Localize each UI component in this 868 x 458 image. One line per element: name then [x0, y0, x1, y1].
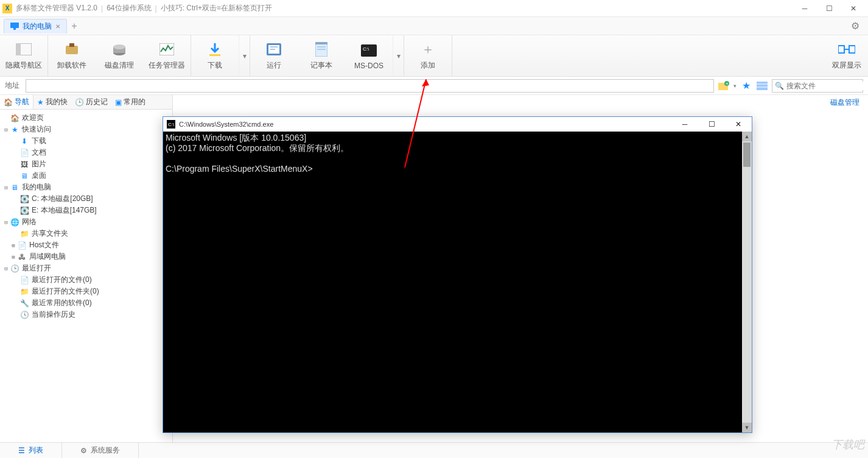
tree-recent-software[interactable]: 🔧最近常用的软件(0)	[0, 297, 172, 309]
new-folder-icon[interactable]: +	[718, 80, 730, 92]
bottom-tabs: ☰列表 ⚙系统服务	[0, 442, 868, 458]
minimize-button[interactable]: ─	[793, 1, 817, 16]
side-tab-common[interactable]: ▣常用的	[111, 95, 149, 109]
maximize-button[interactable]: ☐	[817, 1, 841, 16]
scroll-down-icon[interactable]: ▼	[742, 423, 752, 432]
tree-recent-folders[interactable]: 📁最近打开的文件夹(0)	[0, 286, 172, 297]
address-input[interactable]	[26, 79, 714, 93]
hide-nav-button[interactable]: 隐藏导航区	[0, 35, 47, 76]
svg-text:C:\: C:\	[363, 46, 369, 52]
add-tab-button[interactable]: +	[67, 19, 82, 33]
download-icon	[206, 41, 223, 58]
side-tab-history[interactable]: 🕒历史记	[71, 95, 111, 109]
settings-gear-icon[interactable]: ⚙	[851, 20, 859, 32]
scroll-thumb[interactable]	[743, 143, 751, 167]
collapse-icon[interactable]: ⊟	[2, 266, 10, 272]
add-button[interactable]: ＋ 添加	[404, 35, 452, 76]
cmd-icon: C:\	[167, 120, 175, 129]
cmd-body[interactable]: Microsoft Windows [版本 10.0.15063] (c) 20…	[163, 132, 752, 432]
document-icon: 📄	[19, 148, 29, 158]
svg-rect-1	[13, 28, 16, 30]
tree-pics[interactable]: 🖼图片	[0, 158, 172, 170]
download-icon: ⬇	[19, 136, 29, 146]
dual-screen-button[interactable]: 双屏显示	[825, 41, 868, 71]
tab-close-icon[interactable]: ✕	[55, 23, 60, 30]
cmd-titlebar[interactable]: C:\ C:\Windows\System32\cmd.exe ─ ☐ ✕	[163, 117, 752, 132]
uninstall-button[interactable]: 卸载软件	[48, 35, 96, 76]
search-box[interactable]: 🔍 ✕	[772, 79, 863, 93]
monitor-icon: 🖥	[10, 183, 19, 192]
cmd-scrollbar[interactable]: ▲ ▼	[742, 132, 752, 432]
download-button[interactable]: 下载	[191, 35, 239, 76]
tree-desktop[interactable]: 🖥桌面	[0, 170, 172, 181]
svg-rect-3	[16, 43, 21, 55]
msdos-button[interactable]: C:\ MS-DOS	[345, 35, 393, 76]
home-icon: 🏠	[10, 113, 19, 123]
svg-rect-14	[315, 42, 327, 44]
tree-quick-access[interactable]: ⊟★快速访问	[0, 124, 172, 135]
bottom-tab-list[interactable]: ☰列表	[0, 443, 62, 458]
folder-icon: 📁	[19, 229, 29, 239]
tip-label: 小技巧: Ctrl+双击=在新标签页打开	[161, 3, 272, 13]
task-manager-icon	[158, 41, 175, 58]
svg-rect-10	[209, 54, 220, 56]
search-icon: 🔍	[775, 82, 784, 90]
expand-icon[interactable]: ⊞	[10, 242, 17, 248]
notepad-icon	[313, 41, 330, 58]
lan-icon: 🖧	[17, 252, 27, 262]
view-mode-icon[interactable]	[756, 80, 768, 92]
download-dropdown[interactable]: ▾	[239, 35, 250, 76]
tree-share[interactable]: 📁共享文件夹	[0, 228, 172, 239]
tree-network[interactable]: ⊟🌐网络	[0, 216, 172, 228]
cmd-close-button[interactable]: ✕	[725, 117, 752, 132]
bottom-tab-services[interactable]: ⚙系统服务	[62, 443, 139, 458]
msdos-dropdown[interactable]: ▾	[393, 35, 404, 76]
cmd-output-line: Microsoft Windows [版本 10.0.15063]	[166, 133, 749, 143]
app-icon: 🔧	[19, 298, 29, 308]
close-button[interactable]: ✕	[841, 1, 866, 16]
tree-hosts[interactable]: ⊞📄Host文件	[0, 239, 172, 251]
search-input[interactable]	[786, 82, 868, 90]
collapse-icon[interactable]: ⊟	[2, 219, 10, 225]
clock-icon: 🕒	[75, 98, 84, 107]
plus-icon: ＋	[419, 41, 436, 58]
scroll-up-icon[interactable]: ▲	[742, 132, 752, 141]
tab-my-computer[interactable]: 我的电脑 ✕	[4, 19, 67, 33]
tree-download[interactable]: ⬇下载	[0, 135, 172, 147]
monitor-icon	[10, 23, 19, 30]
cmd-minimize-button[interactable]: ─	[671, 117, 698, 132]
star-icon: ★	[37, 98, 44, 107]
notepad-button[interactable]: 记事本	[298, 35, 345, 76]
run-icon	[265, 41, 282, 58]
svg-rect-19	[838, 46, 844, 53]
tree-recent[interactable]: ⊟🕒最近打开	[0, 262, 172, 274]
cmd-window[interactable]: C:\ C:\Windows\System32\cmd.exe ─ ☐ ✕ Mi…	[163, 116, 752, 433]
tree-e-drive[interactable]: 💽E: 本地磁盘[147GB]	[0, 205, 172, 216]
tree-welcome[interactable]: 🏠欢迎页	[0, 112, 172, 124]
disk-clean-button[interactable]: 磁盘清理	[96, 35, 143, 76]
tree-my-computer[interactable]: ⊟🖥我的电脑	[0, 181, 172, 193]
cmd-maximize-button[interactable]: ☐	[698, 117, 725, 132]
tree-history[interactable]: 🕓当前操作历史	[0, 309, 172, 320]
side-tab-nav[interactable]: 🏠导航	[0, 95, 33, 109]
favorite-star-icon[interactable]: ★	[740, 80, 752, 92]
address-row: 地址 + ▾ ★ 🔍 ✕	[0, 77, 868, 95]
dual-screen-icon	[838, 41, 855, 58]
disk-management-link[interactable]: 磁盘管理	[830, 97, 859, 108]
uninstall-icon	[63, 41, 80, 58]
svg-rect-5	[69, 43, 74, 47]
tree-docs[interactable]: 📄文档	[0, 147, 172, 158]
file-icon: 📄	[19, 275, 29, 285]
run-button[interactable]: 运行	[250, 35, 298, 76]
tree-c-drive[interactable]: 💽C: 本地磁盘[20GB]	[0, 193, 172, 205]
tree-recent-files[interactable]: 📄最近打开的文件(0)	[0, 274, 172, 286]
cmd-prompt: C:\Program Files\SuperX\StartMenuX>	[166, 164, 749, 174]
tab-label: 我的电脑	[23, 21, 52, 32]
collapse-icon[interactable]: ⊟	[2, 127, 10, 133]
collapse-icon[interactable]: ⊟	[2, 185, 10, 191]
expand-icon[interactable]: ⊞	[10, 254, 17, 260]
task-manager-button[interactable]: 任务管理器	[143, 35, 191, 76]
side-tab-fav[interactable]: ★我的快	[33, 95, 71, 109]
tree-lan[interactable]: ⊞🖧局域网电脑	[0, 251, 172, 262]
svg-rect-13	[315, 43, 327, 57]
